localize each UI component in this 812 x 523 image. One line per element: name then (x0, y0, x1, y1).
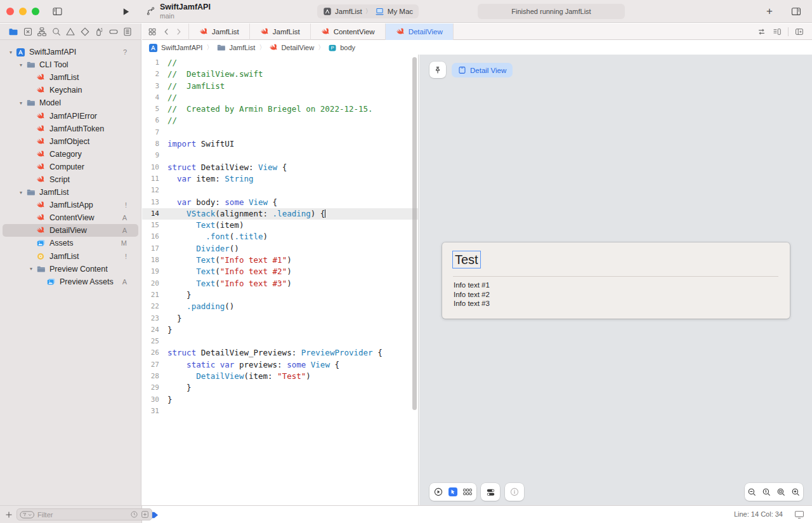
line-number[interactable]: 12 (142, 185, 167, 196)
line-number[interactable]: 17 (142, 243, 167, 255)
sidebar-item-swiftjamfapi[interactable]: ▾SwiftJamfAPI? (3, 46, 138, 58)
code-line-15[interactable]: 15 Text(item) (142, 220, 418, 231)
code-line-8[interactable]: 8import SwiftUI (142, 138, 418, 150)
zoom-out-icon[interactable] (747, 487, 757, 497)
breadcrumb-body[interactable]: Pbody (327, 44, 357, 52)
tab-jamflist[interactable]: JamfList (189, 23, 250, 40)
code-line-19[interactable]: 19 Text("Info text #2") (142, 266, 418, 277)
code-line-6[interactable]: 6// (142, 115, 418, 126)
line-number[interactable]: 8 (142, 138, 167, 150)
code-line-9[interactable]: 9 (142, 150, 418, 161)
navigator-tests-icon[interactable] (80, 27, 90, 37)
sidebar-item-computer[interactable]: Computer (3, 161, 138, 173)
selectable-mode-icon[interactable] (448, 487, 458, 497)
project-title-block[interactable]: SwiftJamfAPI main (146, 3, 211, 20)
line-number[interactable]: 2 (142, 69, 167, 80)
sidebar-item-jamfobject[interactable]: JamfObject (3, 135, 138, 148)
line-number[interactable]: 18 (142, 255, 167, 266)
breadcrumb-detailview[interactable]: DetailView (268, 43, 315, 52)
sidebar-item-contentview[interactable]: ContentViewA (3, 211, 138, 224)
preview-device-pill[interactable]: Detail View (452, 63, 513, 77)
sidebar-item-jamflistapp[interactable]: JamfListApp! (3, 199, 138, 211)
related-items-grid-icon[interactable] (148, 27, 157, 36)
device-settings-button[interactable] (481, 483, 500, 501)
go-back-icon[interactable] (163, 27, 169, 36)
line-number[interactable]: 4 (142, 92, 167, 103)
line-number[interactable]: 7 (142, 127, 167, 138)
sidebar-item-category[interactable]: Category (3, 148, 138, 161)
sidebar-item-jamflist[interactable]: JamfList (3, 71, 138, 84)
zoom-to-fit-icon[interactable] (776, 487, 786, 497)
code-review-icon[interactable] (757, 27, 766, 36)
line-number[interactable]: 29 (142, 382, 167, 394)
sidebar-item-jamfapierror[interactable]: JamfAPIError (3, 109, 138, 122)
scheme-selector[interactable]: JamfList 〉 My Mac (317, 4, 419, 18)
filter-field[interactable] (16, 508, 152, 520)
zoom-window-button[interactable] (32, 8, 39, 15)
source-editor[interactable]: 1//2// DetailView.swift3// JamfList4//5/… (142, 55, 419, 505)
preview-inspect-button[interactable] (505, 483, 524, 501)
sidebar-item-script[interactable]: Script (3, 173, 138, 186)
navigator-source-control-icon[interactable] (23, 27, 33, 37)
filter-input[interactable] (37, 511, 128, 519)
breadcrumb-jamflist[interactable]: JamfList (215, 43, 256, 52)
line-number[interactable]: 1 (142, 57, 167, 69)
code-line-7[interactable]: 7 (142, 127, 418, 138)
sidebar-item-keychain[interactable]: Keychain (3, 84, 138, 96)
line-number[interactable]: 16 (142, 231, 167, 242)
line-number[interactable]: 19 (142, 266, 167, 277)
adjust-editor-options-icon[interactable] (772, 27, 782, 36)
display-icon[interactable] (794, 510, 804, 519)
preview-title-text[interactable]: Test (452, 251, 481, 268)
line-number[interactable]: 28 (142, 371, 167, 382)
sidebar-item-jamfauthtoken[interactable]: JamfAuthToken (3, 122, 138, 135)
code-line-11[interactable]: 11 var item: String (142, 173, 418, 185)
line-number[interactable]: 14 (142, 208, 167, 220)
navigator-reports-icon[interactable] (122, 27, 133, 37)
code-line-14[interactable]: 14 VStack(alignment: .leading) { (142, 208, 418, 220)
line-number[interactable]: 15 (142, 220, 167, 231)
sidebar-item-preview-content[interactable]: ▾Preview Content (3, 263, 138, 275)
sidebar-item-detailview[interactable]: DetailViewA (3, 224, 138, 237)
code-line-10[interactable]: 10struct DetailView: View { (142, 162, 418, 173)
preview-variants-icon[interactable] (462, 487, 473, 497)
line-number[interactable]: 22 (142, 301, 167, 312)
tab-contentview[interactable]: ContentView (311, 23, 386, 40)
line-number[interactable]: 10 (142, 162, 167, 173)
new-tab-button[interactable]: + (763, 5, 776, 18)
go-forward-icon[interactable] (176, 27, 182, 36)
line-number[interactable]: 5 (142, 103, 167, 115)
disclosure-chevron-icon[interactable]: ▾ (16, 100, 25, 106)
code-area[interactable]: 1//2// DetailView.swift3// JamfList4//5/… (142, 55, 418, 417)
minimize-window-button[interactable] (19, 8, 27, 15)
line-number[interactable]: 26 (142, 347, 167, 359)
line-number[interactable]: 6 (142, 115, 167, 126)
sidebar-item-jamflist[interactable]: ▾JamfList (3, 186, 138, 199)
line-number[interactable]: 23 (142, 313, 167, 324)
code-line-30[interactable]: 30} (142, 394, 418, 406)
code-line-20[interactable]: 20 Text("Info text #3") (142, 278, 418, 289)
code-line-13[interactable]: 13 var body: some View { (142, 197, 418, 208)
code-line-22[interactable]: 22 .padding() (142, 301, 418, 312)
navigator-breakpoints-icon[interactable] (108, 27, 119, 37)
line-number[interactable]: 20 (142, 278, 167, 289)
code-line-26[interactable]: 26struct DetailView_Previews: PreviewPro… (142, 347, 418, 359)
pin-preview-button[interactable] (429, 62, 446, 78)
disclosure-chevron-icon[interactable]: ▾ (16, 190, 25, 195)
code-line-25[interactable]: 25 (142, 336, 418, 347)
navigator-issues-icon[interactable] (65, 27, 75, 37)
line-number[interactable]: 31 (142, 406, 167, 417)
zoom-in-icon[interactable] (791, 487, 801, 497)
editor-layout-button[interactable] (789, 6, 803, 17)
run-button[interactable] (119, 5, 132, 18)
code-line-18[interactable]: 18 Text("Info text #1") (142, 255, 418, 266)
toggle-navigator-button[interactable] (51, 6, 63, 17)
line-number[interactable]: 25 (142, 336, 167, 347)
zoom-actual-size-icon[interactable] (762, 487, 771, 497)
line-number[interactable]: 27 (142, 359, 167, 371)
line-number[interactable]: 13 (142, 197, 167, 208)
sidebar-item-preview-assets[interactable]: Preview AssetsA (3, 275, 138, 288)
line-number[interactable]: 11 (142, 173, 167, 185)
navigator-project-icon[interactable] (8, 27, 18, 37)
line-number[interactable]: 9 (142, 150, 167, 161)
